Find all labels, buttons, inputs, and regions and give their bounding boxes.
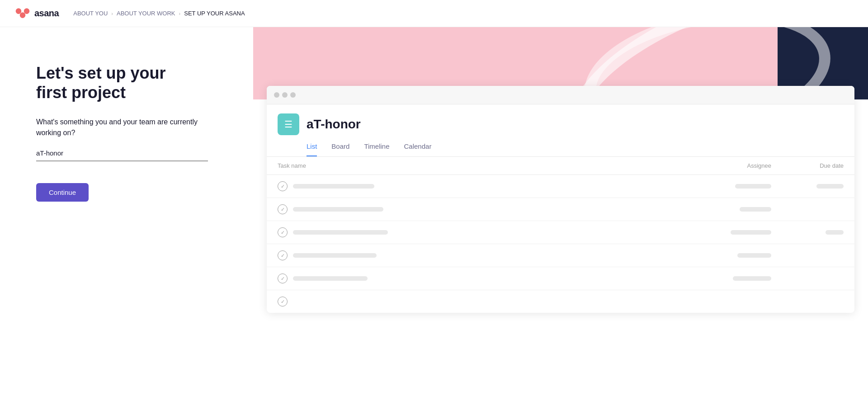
breadcrumb-about-work[interactable]: ABOUT YOUR WORK bbox=[117, 10, 175, 17]
breadcrumb-sep-2: › bbox=[179, 11, 181, 16]
check-circle[interactable]: ✓ bbox=[278, 274, 288, 283]
project-tabs: List Board Timeline Calendar bbox=[267, 135, 854, 157]
project-icon: ☰ bbox=[278, 113, 299, 135]
tab-timeline[interactable]: Timeline bbox=[364, 142, 389, 156]
assignee-cell bbox=[681, 253, 771, 258]
table-row: ✓ bbox=[267, 290, 854, 313]
duedate-cell bbox=[771, 230, 844, 235]
assignee-placeholder bbox=[735, 184, 771, 189]
assignee-cell bbox=[681, 207, 771, 212]
tab-board[interactable]: Board bbox=[331, 142, 349, 156]
svg-point-0 bbox=[20, 12, 26, 18]
breadcrumb-sep-1: › bbox=[111, 11, 113, 16]
logo-area: asana bbox=[14, 5, 59, 22]
asana-logo-text: asana bbox=[34, 8, 59, 19]
continue-button[interactable]: Continue bbox=[36, 183, 89, 202]
check-circle[interactable]: ✓ bbox=[278, 250, 288, 260]
breadcrumb-setup: SET UP YOUR ASANA bbox=[184, 10, 245, 17]
breadcrumb: ABOUT YOU › ABOUT YOUR WORK › SET UP YOU… bbox=[73, 10, 245, 17]
task-name-placeholder bbox=[293, 207, 383, 212]
top-navigation: asana ABOUT YOU › ABOUT YOUR WORK › SET … bbox=[0, 0, 868, 27]
task-table: Task name Assignee Due date ✓ bbox=[267, 157, 854, 313]
project-name-input[interactable] bbox=[36, 146, 208, 161]
preview-card: ☰ aT-honor List Board Timeline Calendar … bbox=[267, 86, 854, 313]
duedate-placeholder bbox=[816, 184, 844, 189]
tab-calendar[interactable]: Calendar bbox=[404, 142, 432, 156]
task-cell-name: ✓ bbox=[278, 181, 681, 191]
table-row: ✓ bbox=[267, 267, 854, 290]
check-circle[interactable]: ✓ bbox=[278, 204, 288, 214]
table-row: ✓ bbox=[267, 198, 854, 221]
task-cell-name: ✓ bbox=[278, 297, 681, 307]
breadcrumb-about-you[interactable]: ABOUT YOU bbox=[73, 10, 108, 17]
task-name-placeholder bbox=[293, 253, 377, 258]
asana-logo-icon bbox=[14, 5, 31, 22]
main-layout: Let's set up yourfirst project What's so… bbox=[0, 27, 868, 415]
assignee-placeholder bbox=[740, 207, 771, 212]
svg-point-1 bbox=[16, 8, 22, 14]
task-name-placeholder bbox=[293, 230, 388, 235]
assignee-cell bbox=[681, 276, 771, 281]
check-circle[interactable]: ✓ bbox=[278, 227, 288, 237]
th-task-name: Task name bbox=[278, 162, 681, 169]
window-dot-1 bbox=[274, 92, 279, 98]
right-panel: ☰ aT-honor List Board Timeline Calendar … bbox=[253, 27, 868, 415]
page-title: Let's set up yourfirst project bbox=[36, 63, 217, 102]
assignee-placeholder bbox=[733, 276, 771, 281]
project-header: ☰ aT-honor bbox=[267, 104, 854, 135]
window-dot-2 bbox=[282, 92, 288, 98]
left-panel: Let's set up yourfirst project What's so… bbox=[0, 27, 253, 415]
duedate-placeholder bbox=[826, 230, 844, 235]
th-assignee: Assignee bbox=[681, 162, 771, 169]
task-cell-name: ✓ bbox=[278, 250, 681, 260]
svg-point-2 bbox=[24, 8, 30, 14]
check-circle[interactable]: ✓ bbox=[278, 297, 288, 307]
task-cell-name: ✓ bbox=[278, 204, 681, 214]
task-name-placeholder bbox=[293, 276, 368, 281]
task-name-placeholder bbox=[293, 184, 374, 189]
table-row: ✓ bbox=[267, 175, 854, 198]
table-header: Task name Assignee Due date bbox=[267, 157, 854, 175]
assignee-cell bbox=[681, 184, 771, 189]
assignee-placeholder bbox=[731, 230, 771, 235]
assignee-placeholder bbox=[737, 253, 771, 258]
table-row: ✓ bbox=[267, 244, 854, 267]
task-cell-name: ✓ bbox=[278, 227, 681, 237]
assignee-cell bbox=[681, 230, 771, 235]
form-question: What's something you and your team are c… bbox=[36, 117, 217, 138]
tab-list[interactable]: List bbox=[307, 142, 317, 156]
window-dots bbox=[267, 86, 854, 104]
check-circle[interactable]: ✓ bbox=[278, 181, 288, 191]
duedate-cell bbox=[771, 184, 844, 189]
list-icon: ☰ bbox=[284, 119, 292, 130]
task-cell-name: ✓ bbox=[278, 274, 681, 283]
project-name: aT-honor bbox=[307, 117, 361, 132]
window-dot-3 bbox=[290, 92, 296, 98]
table-row: ✓ bbox=[267, 221, 854, 244]
th-due-date: Due date bbox=[771, 162, 844, 169]
